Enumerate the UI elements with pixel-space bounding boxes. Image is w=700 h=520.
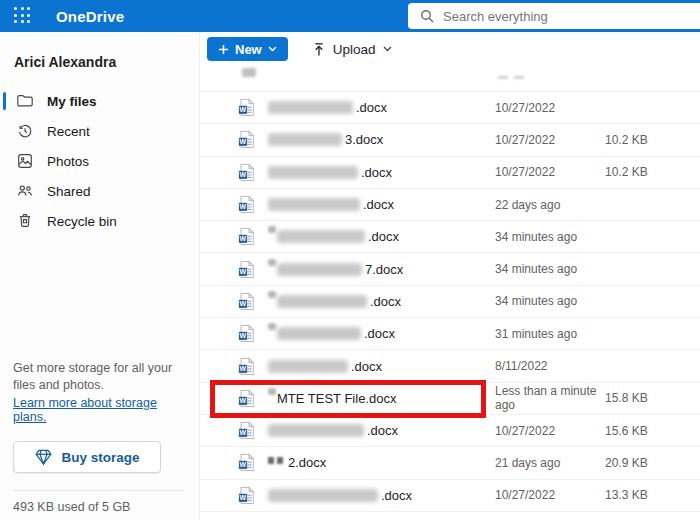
file-name-cell: 2.docx [268, 455, 495, 470]
file-name-cell: .docx [268, 229, 495, 244]
word-doc-icon: W [238, 98, 255, 117]
upload-button-label: Upload [333, 42, 376, 57]
file-date: 34 minutes ago [495, 230, 605, 244]
trash-icon [16, 212, 34, 230]
sidebar-item-label: Recent [47, 124, 90, 139]
chevron-down-icon [383, 46, 392, 52]
file-size: 20.9 KB [605, 456, 700, 470]
superscript-mark [268, 323, 276, 330]
sidebar-item-recent[interactable]: Recent [0, 116, 199, 146]
redacted-name-blur [268, 424, 364, 437]
svg-text:W: W [240, 171, 247, 178]
svg-text:W: W [240, 429, 247, 436]
user-name: Arici Alexandra [14, 54, 199, 70]
file-row[interactable]: W .docx 10/27/2022 15.6 KB [200, 415, 700, 447]
file-list: W .docx 10/27/2022 W [200, 66, 700, 512]
superscript-mark [268, 388, 276, 395]
svg-text:W: W [240, 106, 247, 113]
command-bar: New Upload [200, 32, 700, 66]
file-name-cell: MTE TEST File.docx [268, 391, 495, 406]
superscript-mark [268, 291, 276, 298]
storage-promo-text: Get more storage for all your files and … [13, 360, 184, 394]
word-doc-icon: W [238, 324, 255, 343]
file-name: .docx [361, 165, 392, 180]
file-row[interactable]: W .docx 10/27/2022 [200, 92, 700, 124]
word-doc-icon: W [238, 227, 255, 246]
sidebar: Arici Alexandra My files R [0, 32, 200, 520]
new-button[interactable]: New [207, 37, 288, 61]
file-date: 10/27/2022 [495, 165, 605, 179]
file-name-cell: .docx [268, 423, 495, 438]
file-row[interactable]: W .docx 34 minutes ago [200, 221, 700, 253]
file-row[interactable]: W 7.docx 34 minutes ago [200, 253, 700, 285]
search-icon [420, 9, 434, 23]
word-doc-icon: W [238, 163, 255, 182]
sidebar-item-shared[interactable]: Shared [0, 176, 199, 206]
file-row[interactable]: W 3.docx 10/27/2022 10.2 KB [200, 124, 700, 156]
file-date: 10/27/2022 [495, 488, 605, 502]
word-doc-icon: W [238, 453, 255, 472]
buy-storage-label: Buy storage [61, 450, 139, 465]
sidebar-item-label: Recycle bin [47, 214, 117, 229]
word-doc-icon: W [238, 195, 255, 214]
partial-date-blur [514, 76, 524, 79]
file-date: 34 minutes ago [495, 294, 605, 308]
file-row[interactable]: W .docx 8/11/2022 [200, 350, 700, 382]
search-box[interactable] [408, 3, 700, 29]
storage-plans-link[interactable]: Learn more about storage plans. [13, 396, 184, 424]
file-name-cell: 3.docx [268, 132, 495, 147]
svg-text:W: W [240, 139, 247, 146]
file-name: .docx [356, 100, 387, 115]
new-button-label: New [235, 42, 262, 57]
people-icon [16, 182, 34, 200]
sidebar-item-recycle-bin[interactable]: Recycle bin [0, 206, 199, 236]
sidebar-item-photos[interactable]: Photos [0, 146, 199, 176]
svg-text:W: W [240, 300, 247, 307]
redacted-name-blur [268, 166, 358, 179]
redacted-name-blur [268, 133, 342, 146]
onedrive-window: OneDrive Arici Alexandra My files [0, 0, 700, 520]
file-name-cell: .docx [268, 100, 495, 115]
file-row[interactable]: W .docx 31 minutes ago [200, 318, 700, 350]
word-doc-icon: W [238, 357, 255, 376]
app-launcher-icon[interactable] [14, 7, 32, 25]
storage-usage-text: 493 KB used of 5 GB [13, 500, 184, 514]
main-content: New Upload [200, 32, 700, 520]
word-doc-icon: W [238, 292, 255, 311]
buy-storage-button[interactable]: Buy storage [13, 441, 161, 473]
diamond-icon [34, 448, 53, 466]
file-date: 22 days ago [495, 198, 605, 212]
file-row[interactable]: W .docx 34 minutes ago [200, 286, 700, 318]
folder-icon [16, 92, 34, 110]
file-row[interactable]: W MTE TEST File.docx Less than a minute … [200, 383, 700, 415]
word-doc-icon: W [238, 421, 255, 440]
svg-text:W: W [240, 203, 247, 210]
file-row[interactable]: W .docx 22 days ago [200, 189, 700, 221]
file-name: .docx [367, 423, 398, 438]
file-name: .docx [370, 294, 401, 309]
sidebar-item-my-files[interactable]: My files [0, 86, 199, 116]
top-app-bar: OneDrive [0, 0, 700, 32]
file-size: 15.8 KB [605, 391, 700, 405]
storage-divider [13, 490, 184, 491]
file-name-cell: .docx [268, 326, 495, 341]
file-row[interactable]: W .docx 10/27/2022 10.2 KB [200, 157, 700, 189]
prefix-chips [268, 457, 283, 464]
word-doc-icon: W [238, 486, 255, 505]
sidebar-item-label: Photos [47, 154, 89, 169]
file-name: .docx [351, 359, 382, 374]
file-row[interactable]: W 2.docx 21 days ago 20.9 KB [200, 447, 700, 479]
partial-file-icon [242, 68, 256, 77]
sidebar-nav: My files Recent [0, 86, 199, 236]
file-row[interactable]: W .docx 10/27/2022 13.3 KB [200, 480, 700, 512]
upload-button[interactable]: Upload [312, 42, 392, 57]
file-name-cell: .docx [268, 359, 495, 374]
file-date: 34 minutes ago [495, 262, 605, 276]
redacted-name-blur [268, 101, 353, 114]
search-input[interactable] [443, 9, 643, 24]
superscript-mark [268, 259, 276, 266]
svg-text:W: W [240, 365, 247, 372]
file-row-partial[interactable] [200, 66, 700, 92]
history-icon [16, 122, 34, 140]
word-doc-icon: W [238, 130, 255, 149]
